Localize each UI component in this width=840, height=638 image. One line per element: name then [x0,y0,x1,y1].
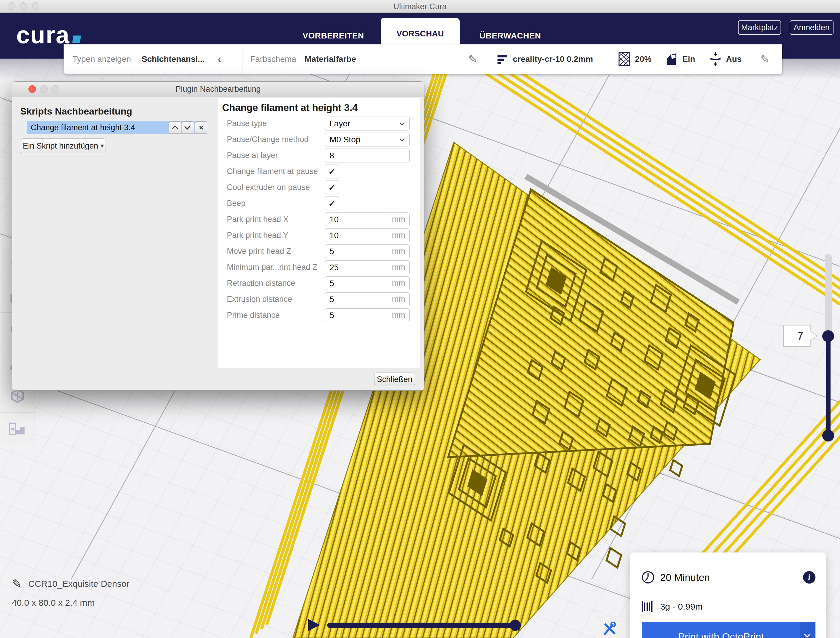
cura-app-window: 7 ✎ CCR10_Exquisite Densor 40.0 x 80.0 x… [0,0,840,638]
script-settings-panel: Change filament at height 3.4 Pause type… [218,98,420,368]
dialog-titlebar[interactable]: Plugin Nachbearbeitung [12,82,424,97]
material-estimate: 3g · 0.99m [660,602,703,612]
logo-dot [72,35,81,43]
color-scheme-value: Materialfarbe [305,54,356,64]
field-label: Pause type [227,119,267,128]
play-button[interactable] [308,619,320,631]
layer-slider-bottom-handle[interactable] [822,430,834,442]
park-x-input[interactable]: 10mm [325,212,410,226]
field-label: Pause at layer [227,151,278,160]
form-row-prime: Prime distance 5mm [218,308,420,322]
dialog-title: Plugin Nachbearbeitung [12,85,424,94]
move-script-down-button[interactable] [182,121,194,134]
printer-profile-value: creality-cr-10 0.2mm [513,54,593,64]
beep-checkbox[interactable]: ✓ [325,196,339,211]
extrusion-distance-input[interactable]: 5mm [325,292,410,306]
chevron-down-icon [399,120,404,125]
layer-height-icon [497,53,509,65]
chevron-up-icon [172,125,178,131]
adhesion-icon [709,52,722,67]
collapse-panel-icon[interactable]: ‹ [218,53,221,65]
park-y-input[interactable]: 10mm [325,228,410,242]
field-label: Prime distance [227,311,280,320]
playback-handle[interactable] [510,620,521,631]
adhesion-value: Aus [726,54,742,64]
field-label: Beep [227,199,245,208]
pause-method-select[interactable]: M0 Stop [325,133,410,146]
form-row-pause-at-layer: Pause at layer 8 [218,149,420,163]
change-filament-checkbox[interactable]: ✓ [325,165,339,179]
field-label: Park print head X [227,215,289,224]
edit-print-settings-icon[interactable]: ✎ [760,53,769,65]
post-processing-dialog: Plugin Nachbearbeitung Skripts Nachbearb… [12,81,425,391]
field-label: Park print head Y [227,231,288,240]
rename-model-icon[interactable]: ✎ [12,577,22,591]
info-glyph: i [808,573,810,582]
support-blocker-icon [9,421,26,437]
playback-track[interactable] [327,623,521,628]
pause-at-layer-input[interactable]: 8 [325,149,410,163]
print-options-dropdown[interactable] [800,622,815,638]
view-type-selector[interactable]: Typen anzeigen Schichtenansi... ‹ [63,44,243,74]
model-dimensions: 40.0 x 80.0 x 2.4 mm [12,598,129,608]
dialog-close-action-button[interactable]: Schließen [374,372,415,386]
settings-rows: Pause type Layer Pause/Change method M0 … [218,117,420,325]
chevron-down-icon [184,124,190,130]
layer-slider-range[interactable] [826,336,831,435]
checkmark-icon: ✓ [328,182,336,193]
add-script-label: Ein Skript hinzufügen [23,141,98,150]
caret-down-icon: ▾ [101,142,104,150]
layer-number-flag[interactable]: 7 [783,325,820,347]
print-with-octoprint-button[interactable]: Print with OctoPrint [642,622,800,638]
layer-slider-track[interactable] [825,254,832,342]
field-label: Minimum par...rint head Z [227,263,317,272]
field-label: Change filament at pause [227,167,318,176]
form-row-pause-type: Pause type Layer [218,117,420,130]
move-script-up-button[interactable] [169,121,181,134]
signin-button[interactable]: Anmelden [790,21,834,35]
info-icon[interactable]: i [803,571,815,584]
layer-slider-top-handle[interactable] [822,330,834,342]
color-scheme-label: Farbschema [250,54,296,64]
form-row-retraction: Retraction distance 5mm [218,276,420,290]
octoprint-settings-button[interactable] [596,616,623,638]
settings-heading: Change filament at height 3.4 [222,102,358,113]
checkmark-icon: ✓ [328,198,336,209]
infill-value: 20% [635,54,652,64]
marketplace-button[interactable]: Marktplatz [738,21,781,35]
infill-icon [618,52,631,67]
print-settings-summary[interactable]: creality-cr-10 0.2mm 20% Ein Aus ✎ [486,44,782,74]
clock-icon [641,570,655,584]
window-title: Ultimaker Cura [0,2,840,11]
remove-script-button[interactable]: × [195,121,207,134]
chevron-down-icon [399,136,404,141]
add-script-button[interactable]: Ein Skript hinzufügen ▾ [21,138,106,153]
layer-playback-bar [302,616,532,638]
field-label: Retraction distance [227,279,295,288]
support-icon [666,53,678,66]
retraction-distance-input[interactable]: 5mm [325,276,410,290]
field-label: Pause/Change method [227,135,308,144]
model-info: ✎ CCR10_Exquisite Densor 40.0 x 80.0 x 2… [12,577,129,621]
color-scheme-selector[interactable]: Farbschema Materialfarbe ✎ [243,44,486,74]
edit-pencil-icon[interactable]: ✎ [469,53,477,65]
support-value: Ein [682,54,695,64]
form-row-cool-extruder: Cool extruder on pause ✓ [218,180,420,195]
view-type-value: Schichtenansi... [142,54,205,64]
form-row-beep: Beep ✓ [218,196,420,211]
support-blocker-button[interactable] [0,413,35,446]
min-park-z-input[interactable]: 25mm [325,260,410,274]
form-row-min-park-z: Minimum par...rint head Z 25mm [218,260,420,274]
chevron-down-icon [804,632,810,638]
view-type-label: Typen anzeigen [73,54,131,64]
cool-extruder-checkbox[interactable]: ✓ [325,180,339,195]
checkmark-icon: ✓ [328,166,336,177]
pause-type-select[interactable]: Layer [325,117,410,130]
form-row-extrusion: Extrusion distance 5mm [218,292,420,306]
form-row-park-x: Park print head X 10mm [218,212,420,226]
scripts-heading: Skripts Nachbearbeitung [20,106,132,117]
field-label: Move print head Z [227,247,291,256]
form-row-park-y: Park print head Y 10mm [218,228,420,242]
prime-distance-input[interactable]: 5mm [325,308,410,322]
move-z-input[interactable]: 5mm [325,244,410,258]
